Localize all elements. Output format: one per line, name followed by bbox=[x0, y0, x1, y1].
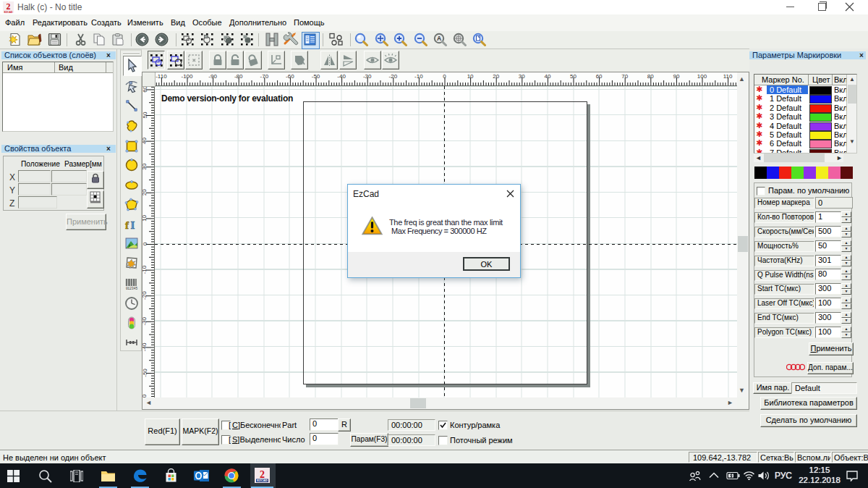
svg-text:0: 0 bbox=[142, 242, 148, 245]
svg-text:80: 80 bbox=[647, 73, 654, 80]
svg-text:50: 50 bbox=[142, 112, 148, 118]
svg-text:EZCAD: EZCAD bbox=[4, 11, 13, 14]
svg-text:-100: -100 bbox=[181, 73, 193, 80]
svg-text:-10: -10 bbox=[142, 265, 148, 274]
svg-text:f: f bbox=[125, 219, 129, 231]
svg-text:-60: -60 bbox=[286, 73, 294, 80]
svg-text:20: 20 bbox=[493, 73, 499, 80]
svg-text:50: 50 bbox=[570, 73, 576, 80]
svg-text:30: 30 bbox=[142, 163, 148, 169]
svg-text:10: 10 bbox=[142, 214, 148, 221]
svg-text:-110: -110 bbox=[156, 73, 167, 80]
svg-text:70: 70 bbox=[621, 73, 628, 80]
svg-text:-90: -90 bbox=[208, 73, 217, 80]
svg-text:-50: -50 bbox=[142, 369, 148, 377]
svg-text:0: 0 bbox=[443, 73, 446, 80]
svg-text:-30: -30 bbox=[363, 73, 372, 80]
svg-text:40: 40 bbox=[544, 73, 550, 80]
svg-text:60: 60 bbox=[142, 86, 148, 93]
svg-text:100: 100 bbox=[697, 73, 707, 80]
svg-text:-30: -30 bbox=[142, 316, 148, 325]
svg-text:EZCAD: EZCAD bbox=[257, 479, 267, 482]
svg-text:30: 30 bbox=[519, 73, 525, 80]
svg-text:A: A bbox=[437, 35, 441, 42]
svg-text:2: 2 bbox=[260, 469, 265, 480]
svg-text:-80: -80 bbox=[234, 73, 243, 80]
svg-text:90: 90 bbox=[673, 73, 679, 80]
svg-text:-20: -20 bbox=[142, 291, 148, 300]
svg-text:012345: 012345 bbox=[126, 287, 138, 290]
svg-text:-70: -70 bbox=[260, 73, 269, 80]
svg-text:I: I bbox=[131, 219, 135, 231]
svg-text:-40: -40 bbox=[142, 342, 148, 351]
svg-text:-50: -50 bbox=[312, 73, 320, 80]
svg-text:-40: -40 bbox=[337, 73, 346, 80]
svg-text:10: 10 bbox=[467, 73, 474, 80]
svg-text:60: 60 bbox=[596, 73, 603, 80]
svg-text:40: 40 bbox=[142, 138, 148, 144]
svg-text:-10: -10 bbox=[414, 73, 423, 80]
svg-text:20: 20 bbox=[142, 189, 148, 195]
svg-text:-20: -20 bbox=[389, 73, 398, 80]
svg-text:110: 110 bbox=[723, 73, 733, 80]
